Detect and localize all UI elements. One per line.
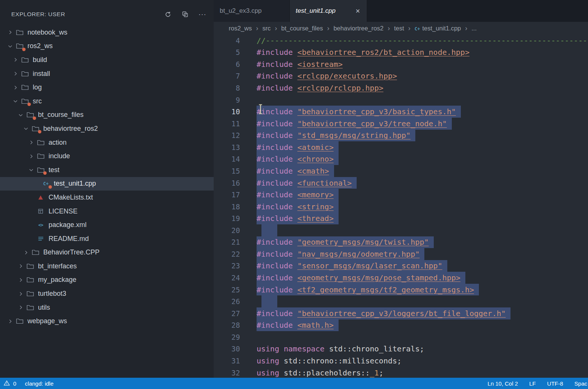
line-number[interactable]: 31 xyxy=(214,355,240,367)
code-line-4[interactable]: 4//-------------------------------------… xyxy=(214,35,588,47)
code-line-11[interactable]: 11#include "behaviortree_cpp_v3/tree_nod… xyxy=(214,118,588,130)
line-number[interactable]: 21 xyxy=(214,236,240,248)
code-line-24[interactable]: 24#include <geometry_msgs/msg/pose_stamp… xyxy=(214,272,588,284)
close-tab-icon[interactable]: × xyxy=(355,7,361,15)
copy-icon[interactable] xyxy=(181,11,189,18)
line-number[interactable]: 4 xyxy=(214,35,240,47)
code-line-19[interactable]: 19#include <thread> xyxy=(214,212,588,224)
code-line-20[interactable]: 20 xyxy=(214,224,588,236)
line-number[interactable]: 28 xyxy=(214,319,240,331)
breadcrumb-item-test[interactable]: test xyxy=(394,25,404,32)
code-line-13[interactable]: 13#include <atomic> xyxy=(214,141,588,153)
tree-item-include[interactable]: include xyxy=(0,149,214,163)
chevron-down-icon[interactable] xyxy=(26,167,36,173)
line-number[interactable]: 20 xyxy=(214,224,240,236)
breadcrumb-item-[interactable]: ... xyxy=(471,25,477,32)
tree-item-cmakelists-txt[interactable]: CMakeLists.txt xyxy=(0,191,214,204)
line-number[interactable]: 17 xyxy=(214,189,240,201)
line-number[interactable]: 26 xyxy=(214,295,240,307)
chevron-right-icon[interactable] xyxy=(21,250,31,255)
chevron-down-icon[interactable] xyxy=(5,44,15,49)
line-number[interactable]: 25 xyxy=(214,284,240,296)
code-line-23[interactable]: 23#include "sensor_msgs/msg/laser_scan.h… xyxy=(214,260,588,272)
indent-indicator[interactable]: Spac xyxy=(574,380,587,387)
line-number[interactable]: 12 xyxy=(214,130,240,142)
line-number[interactable]: 15 xyxy=(214,165,240,177)
line-number[interactable]: 14 xyxy=(214,153,240,165)
chevron-down-icon[interactable] xyxy=(16,112,26,118)
code-line-26[interactable]: 26 xyxy=(214,295,588,307)
tree-item-build[interactable]: build xyxy=(0,53,214,67)
chevron-right-icon[interactable] xyxy=(11,57,20,62)
chevron-right-icon[interactable] xyxy=(11,85,20,90)
code-line-16[interactable]: 16#include <functional> xyxy=(214,177,588,189)
line-number[interactable]: 10 xyxy=(214,106,240,118)
language-server-status[interactable]: clangd: idle xyxy=(25,380,53,387)
tree-item-test[interactable]: test xyxy=(0,163,214,177)
chevron-right-icon[interactable] xyxy=(26,154,36,159)
breadcrumb-item-bt-course-files[interactable]: bt_course_files xyxy=(281,25,323,32)
line-number[interactable]: 30 xyxy=(214,343,240,355)
file-tree[interactable]: notebook_wsros2_wsbuildinstalllogsrcbt_c… xyxy=(0,25,214,378)
tab-test-unit1-cpp[interactable]: test_unit1.cpp × xyxy=(290,0,367,22)
code-line-6[interactable]: 6#include <iostream> xyxy=(214,58,588,70)
code-line-17[interactable]: 17#include <memory> xyxy=(214,189,588,201)
tree-item-bt-interfaces[interactable]: bt_interfaces xyxy=(0,259,214,273)
tree-item-ros2-ws[interactable]: ros2_ws xyxy=(0,39,214,53)
breadcrumb-item-src[interactable]: src xyxy=(262,25,270,32)
code-line-22[interactable]: 22#include "nav_msgs/msg/odometry.hpp" xyxy=(214,248,588,260)
line-number[interactable]: 29 xyxy=(214,331,240,343)
chevron-right-icon[interactable] xyxy=(16,277,26,283)
tree-item-bt-course-files[interactable]: bt_course_files xyxy=(0,108,214,122)
line-number[interactable]: 19 xyxy=(214,212,240,224)
code-line-30[interactable]: 30using namespace std::chrono_literals; xyxy=(214,343,588,355)
tree-item-action[interactable]: action xyxy=(0,136,214,150)
line-number[interactable]: 9 xyxy=(214,94,240,106)
tree-item-utils[interactable]: utils xyxy=(0,301,214,315)
line-number[interactable]: 6 xyxy=(214,58,240,70)
chevron-down-icon[interactable] xyxy=(11,98,20,104)
warning-count[interactable]: 0 xyxy=(13,380,16,387)
tree-item-log[interactable]: log xyxy=(0,80,214,94)
breadcrumb-item-ros2-ws[interactable]: ros2_ws xyxy=(229,25,252,32)
tree-item-behaviortree-ros2[interactable]: behaviortree_ros2 xyxy=(0,122,214,136)
tree-item-license[interactable]: LICENSE xyxy=(0,204,214,218)
chevron-right-icon[interactable] xyxy=(16,263,26,269)
refresh-icon[interactable] xyxy=(164,11,172,18)
tree-item-my-package[interactable]: my_package xyxy=(0,273,214,287)
code-editor[interactable]: 4//-------------------------------------… xyxy=(214,35,588,378)
code-line-32[interactable]: 32using std::placeholders::_1; xyxy=(214,367,588,378)
line-number[interactable]: 32 xyxy=(214,367,240,378)
line-number[interactable]: 7 xyxy=(214,70,240,82)
warning-icon[interactable] xyxy=(4,380,10,387)
code-line-5[interactable]: 5#include <behaviortree_ros2/bt_action_n… xyxy=(214,47,588,59)
code-line-8[interactable]: 8#include <rclcpp/rclcpp.hpp> xyxy=(214,82,588,94)
code-line-9[interactable]: 9 xyxy=(214,94,588,106)
code-line-15[interactable]: 15#include <cmath> xyxy=(214,165,588,177)
tree-item-install[interactable]: install xyxy=(0,67,214,81)
code-line-28[interactable]: 28#include <math.h> xyxy=(214,319,588,331)
cursor-position[interactable]: Ln 10, Col 2 xyxy=(488,380,518,387)
tree-item-test-unit1-cpp[interactable]: C+test_unit1.cpp xyxy=(0,177,214,191)
tree-item-src[interactable]: src xyxy=(0,94,214,108)
code-line-12[interactable]: 12#include "std_msgs/msg/string.hpp" xyxy=(214,130,588,142)
line-number[interactable]: 22 xyxy=(214,248,240,260)
tree-item-notebook-ws[interactable]: notebook_ws xyxy=(0,26,214,39)
encoding-indicator[interactable]: UTF-8 xyxy=(547,380,563,387)
line-number[interactable]: 13 xyxy=(214,141,240,153)
code-line-21[interactable]: 21#include "geometry_msgs/msg/twist.hpp" xyxy=(214,236,588,248)
line-number[interactable]: 24 xyxy=(214,272,240,284)
breadcrumb-item-test-unit1-cpp[interactable]: C+test_unit1.cpp xyxy=(415,25,461,32)
chevron-right-icon[interactable] xyxy=(5,319,15,324)
code-line-18[interactable]: 18#include <string> xyxy=(214,201,588,213)
tab-bt-u2-ex3-cpp[interactable]: bt_u2_ex3.cpp xyxy=(214,0,290,22)
eol-indicator[interactable]: LF xyxy=(529,380,536,387)
tree-item-webpage-ws[interactable]: webpage_ws xyxy=(0,314,214,328)
code-line-10[interactable]: 10#include "behaviortree_cpp_v3/basic_ty… xyxy=(214,106,588,118)
code-line-14[interactable]: 14#include <chrono> xyxy=(214,153,588,165)
chevron-down-icon[interactable] xyxy=(21,126,31,131)
tree-item-readme-md[interactable]: README.md xyxy=(0,232,214,246)
line-number[interactable]: 23 xyxy=(214,260,240,272)
code-line-27[interactable]: 27#include "behaviortree_cpp_v3/loggers/… xyxy=(214,307,588,319)
line-number[interactable]: 11 xyxy=(214,118,240,130)
